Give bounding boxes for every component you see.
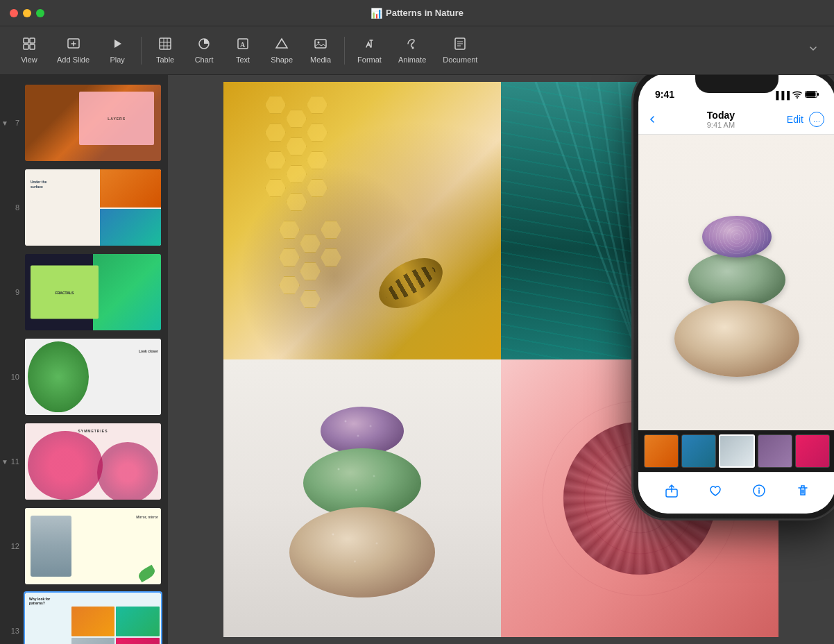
media-icon xyxy=(314,37,327,53)
phone-urchin-stack xyxy=(674,216,799,377)
iphone-body: 9:41 ▐▐▐ xyxy=(633,75,834,519)
format-label: Format xyxy=(357,56,382,64)
urchin-dots-bot xyxy=(289,507,435,598)
slide-item-8[interactable]: 8 Under thesurface xyxy=(0,165,168,250)
status-time: 9:41 xyxy=(655,89,674,100)
thumb-13-title: Why look forpatterns? xyxy=(29,597,50,605)
thumb-11-title: SYMMETRIES xyxy=(78,429,108,433)
thumb-9-ferns xyxy=(93,254,161,330)
back-button[interactable] xyxy=(649,115,655,124)
slide-number-13: 13 xyxy=(6,627,19,635)
window-title: 📊 Patterns in Nature xyxy=(371,8,463,19)
play-label: Play xyxy=(110,56,124,64)
filmstrip-thumb-2[interactable] xyxy=(681,434,716,468)
toolbar-view[interactable]: View xyxy=(11,33,47,68)
slide-number-9: 9 xyxy=(6,288,19,296)
svg-rect-17 xyxy=(315,40,326,48)
svg-point-49 xyxy=(758,487,760,489)
format-icon xyxy=(363,37,377,53)
minimize-button[interactable] xyxy=(23,9,31,17)
thumb-8-img1 xyxy=(100,169,161,207)
canvas-area: 9:41 ▐▐▐ xyxy=(168,75,834,644)
collapse-arrow-11[interactable]: ▼ xyxy=(1,458,8,466)
slide-thumb-wrapper-12: Mirror, mirror xyxy=(24,507,162,586)
document-label: Document xyxy=(443,56,477,64)
iphone-header-time: 9:41 AM xyxy=(707,121,735,129)
filmstrip-thumb-4[interactable] xyxy=(758,434,792,468)
app-icon: 📊 xyxy=(371,8,382,19)
thumb-13-g3 xyxy=(71,638,115,644)
svg-rect-8 xyxy=(160,38,171,49)
toolbar-media[interactable]: Media xyxy=(303,33,339,68)
slide-item-11[interactable]: ▼ 11 SYMMETRIES xyxy=(0,419,168,504)
thumb-10-veggie xyxy=(28,341,89,412)
slide-item-7[interactable]: ▼ 7 LAYERS xyxy=(0,80,168,165)
more-button[interactable]: … xyxy=(809,112,824,127)
filmstrip-thumb-3[interactable] xyxy=(719,434,755,468)
toolbar-document[interactable]: Document xyxy=(436,33,484,68)
slide-thumb-12: Mirror, mirror xyxy=(25,508,161,584)
toolbar-more[interactable] xyxy=(803,39,823,62)
svg-marker-16 xyxy=(276,39,287,48)
collapse-arrow-7[interactable]: ▼ xyxy=(1,119,8,127)
filmstrip-thumb-1[interactable] xyxy=(644,434,679,468)
thumb-9-title: FRACTALS xyxy=(56,290,74,294)
thumb-7-title: LAYERS xyxy=(108,117,126,121)
thumb-8-img2 xyxy=(100,209,161,246)
thumb-8-text: Under thesurface xyxy=(31,180,46,189)
shape-label: Shape xyxy=(271,56,293,64)
toolbar-animate[interactable]: Animate xyxy=(391,33,433,68)
toolbar-add-slide[interactable]: Add Slide xyxy=(50,33,96,68)
title-bar: 📊 Patterns in Nature xyxy=(0,0,834,26)
urchin-bot xyxy=(289,507,435,598)
animate-icon xyxy=(405,37,419,53)
iphone-filmstrip xyxy=(638,430,834,472)
favorite-button[interactable] xyxy=(708,483,723,498)
slide-thumb-wrapper-8: Under thesurface xyxy=(24,168,162,247)
toolbar-shape[interactable]: Shape xyxy=(264,33,300,68)
media-label: Media xyxy=(310,56,331,64)
phone-urchin-3 xyxy=(674,300,799,377)
slide-number-10: 10 xyxy=(6,373,19,381)
quadrant-top-left xyxy=(223,82,501,359)
status-icons: ▐▐▐ xyxy=(774,90,819,100)
iphone-main-image xyxy=(638,135,834,444)
thumb-11-circle1 xyxy=(28,431,103,500)
document-icon xyxy=(453,37,467,53)
chart-label: Chart xyxy=(195,56,214,64)
info-button[interactable] xyxy=(751,483,767,498)
toolbar-sep-2 xyxy=(344,37,345,65)
edit-button[interactable]: Edit xyxy=(787,114,803,125)
svg-rect-2 xyxy=(24,44,28,49)
shape-icon xyxy=(275,37,289,53)
toolbar-chart[interactable]: Chart xyxy=(186,33,222,68)
share-button[interactable] xyxy=(664,483,679,498)
slide-thumb-13: Why look forpatterns? xyxy=(25,593,161,644)
text-label: Text xyxy=(236,56,250,64)
toolbar-table[interactable]: Table xyxy=(147,33,183,68)
animate-label: Animate xyxy=(398,56,426,64)
toolbar-format[interactable]: Format xyxy=(350,33,389,68)
add-slide-icon xyxy=(67,37,80,53)
filmstrip-thumb-5[interactable] xyxy=(795,434,830,468)
thumb-12-text: Mirror, mirror xyxy=(136,515,158,519)
chart-icon xyxy=(197,37,211,53)
traffic-lights xyxy=(10,9,44,17)
close-button[interactable] xyxy=(10,9,18,17)
svg-line-28 xyxy=(556,82,640,359)
slide-thumb-wrapper-7: LAYERS xyxy=(24,83,162,162)
svg-rect-1 xyxy=(30,38,35,43)
slide-thumb-7: LAYERS xyxy=(25,85,161,161)
toolbar-text[interactable]: A Text xyxy=(225,33,261,68)
slide-item-9[interactable]: 9 FRACTALS xyxy=(0,250,168,334)
slide-item-12[interactable]: 12 Mirror, mirror xyxy=(0,504,168,588)
slide-item-10[interactable]: 10 Look closer xyxy=(0,334,168,419)
thumb-13-g4 xyxy=(116,638,160,644)
add-slide-label: Add Slide xyxy=(57,56,90,64)
thumb-13-g1 xyxy=(71,607,115,636)
maximize-button[interactable] xyxy=(36,9,44,17)
delete-button[interactable] xyxy=(795,483,810,498)
toolbar-play[interactable]: Play xyxy=(99,33,135,68)
slide-item-13[interactable]: 13 Why look forpatterns? xyxy=(0,588,168,644)
slide-thumb-9: FRACTALS xyxy=(25,254,161,330)
